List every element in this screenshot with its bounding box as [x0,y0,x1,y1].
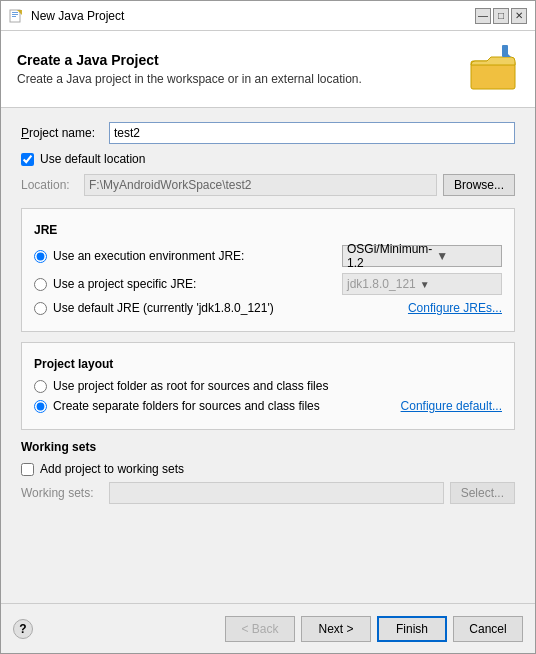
add-to-working-sets-checkbox[interactable] [21,463,34,476]
footer-buttons: < Back Next > Finish Cancel [225,616,523,642]
browse-button[interactable]: Browse... [443,174,515,196]
jre-option3-radio[interactable] [34,302,47,315]
configure-jres-link[interactable]: Configure JREs... [408,301,502,315]
maximize-button[interactable]: □ [493,8,509,24]
jre-option1-radio[interactable] [34,250,47,263]
dialog-title: Create a Java Project [17,52,362,68]
layout-option1-row: Use project folder as root for sources a… [34,379,502,393]
content-area: Project name: Use default location Locat… [1,108,535,603]
working-set-input-row: Working sets: Select... [21,482,515,504]
layout-option1-label[interactable]: Use project folder as root for sources a… [53,379,328,393]
header-section: Create a Java Project Create a Java proj… [1,31,535,108]
finish-button[interactable]: Finish [377,616,447,642]
jre-option1-row: Use an execution environment JRE: OSGi/M… [34,245,502,267]
project-name-label: Project name: [21,126,101,140]
window: New Java Project — □ ✕ Create a Java Pro… [0,0,536,654]
jre-section-title: JRE [34,223,502,237]
add-to-working-sets-row: Add project to working sets [21,462,515,476]
jre-option3-label[interactable]: Use default JRE (currently 'jdk1.8.0_121… [53,301,408,315]
default-location-row: Use default location [21,152,515,166]
location-row: Location: Browse... [21,174,515,196]
location-input[interactable] [84,174,437,196]
working-set-label: Working sets: [21,486,101,500]
svg-rect-7 [502,45,508,57]
svg-rect-1 [12,12,18,13]
window-icon [9,8,25,24]
jre-section: JRE Use an execution environment JRE: OS… [21,208,515,332]
default-location-label[interactable]: Use default location [40,152,145,166]
project-layout-title: Project layout [34,357,502,371]
svg-rect-3 [12,16,16,17]
jre-specific-dropdown: jdk1.8.0_121 ▼ [342,273,502,295]
layout-option2-label[interactable]: Create separate folders for sources and … [53,399,401,413]
layout-option1-radio[interactable] [34,380,47,393]
configure-default-link[interactable]: Configure default... [401,399,502,413]
project-name-input[interactable] [109,122,515,144]
header-icon [467,43,519,95]
location-label: Location: [21,178,76,192]
minimize-button[interactable]: — [475,8,491,24]
project-name-row: Project name: [21,122,515,144]
jre-env-value: OSGi/Minimum-1.2 [347,242,432,270]
add-to-working-sets-label[interactable]: Add project to working sets [40,462,184,476]
dropdown-arrow-icon: ▼ [436,249,497,263]
working-set-input [109,482,444,504]
layout-option2-radio[interactable] [34,400,47,413]
jre-option2-radio[interactable] [34,278,47,291]
next-button[interactable]: Next > [301,616,371,642]
jre-option1-label[interactable]: Use an execution environment JRE: [53,249,342,263]
window-title: New Java Project [31,9,475,23]
layout-option2-row: Create separate folders for sources and … [34,399,502,413]
default-location-checkbox[interactable] [21,153,34,166]
working-sets-title: Working sets [21,440,515,454]
jre-option2-row: Use a project specific JRE: jdk1.8.0_121… [34,273,502,295]
close-button[interactable]: ✕ [511,8,527,24]
jre-env-dropdown[interactable]: OSGi/Minimum-1.2 ▼ [342,245,502,267]
help-button[interactable]: ? [13,619,33,639]
cancel-button[interactable]: Cancel [453,616,523,642]
jre-option2-label[interactable]: Use a project specific JRE: [53,277,342,291]
working-sets-section: Working sets Add project to working sets… [21,440,515,504]
jre-specific-value: jdk1.8.0_121 [347,277,416,291]
dropdown-arrow2-icon: ▼ [420,279,430,290]
dialog-description: Create a Java project in the workspace o… [17,72,362,86]
header-text: Create a Java Project Create a Java proj… [17,52,362,86]
footer: ? < Back Next > Finish Cancel [1,603,535,653]
title-bar-controls: — □ ✕ [475,8,527,24]
title-bar: New Java Project — □ ✕ [1,1,535,31]
project-layout-section: Project layout Use project folder as roo… [21,342,515,430]
back-button[interactable]: < Back [225,616,295,642]
jre-option3-row: Use default JRE (currently 'jdk1.8.0_121… [34,301,502,315]
select-button: Select... [450,482,515,504]
svg-rect-2 [12,14,18,15]
